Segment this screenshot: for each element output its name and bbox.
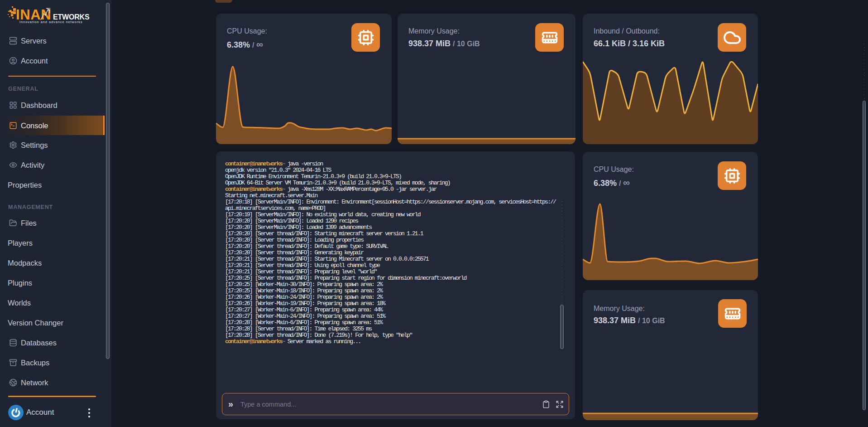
svg-text:Innovation and advance network: Innovation and advance networks bbox=[19, 20, 83, 24]
